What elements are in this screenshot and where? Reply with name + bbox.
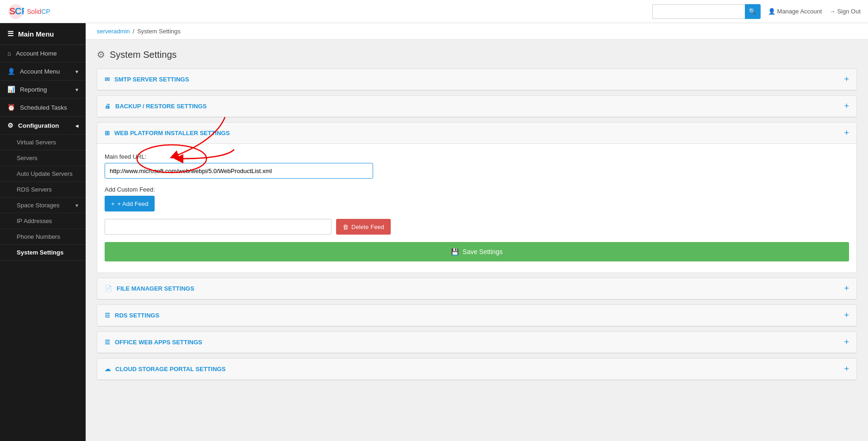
trash-icon: 🗑: [343, 224, 349, 230]
officewebapps-toggle-icon: +: [844, 337, 849, 347]
sidebar-item-auto-update-servers[interactable]: Auto Update Servers: [0, 166, 86, 182]
accordion-cloudstorage-header[interactable]: ☁ CLOUD STORAGE PORTAL SETTINGS +: [97, 359, 856, 380]
office-icon: ☰: [105, 339, 110, 346]
plus-icon: +: [111, 200, 115, 207]
accordion-officewebapps: ☰ OFFICE WEB APPS SETTINGS +: [97, 331, 857, 354]
sidebar-item-account-home[interactable]: ⌂ Account Home: [0, 45, 86, 62]
webpi-toggle-icon: +: [844, 128, 849, 138]
accordion-filemanager-header[interactable]: 📄 FILE MANAGER SETTINGS +: [97, 278, 856, 299]
logo-icon: S CP: [7, 3, 24, 20]
backup-toggle-icon: +: [844, 101, 849, 111]
main-feed-url-input[interactable]: [105, 163, 373, 179]
chevron-down-icon: [75, 202, 78, 209]
manage-account-icon: 👤: [768, 8, 775, 15]
chart-icon: 📊: [7, 86, 15, 93]
home-icon: ⌂: [7, 50, 11, 57]
add-custom-feed-label: Add Custom Feed:: [105, 186, 849, 193]
accordion-rds-header[interactable]: ☰ RDS SETTINGS +: [97, 305, 856, 326]
save-icon: 💾: [451, 248, 459, 255]
search-button[interactable]: 🔍: [745, 4, 761, 19]
sign-out-link[interactable]: → Sign Out: [829, 8, 861, 15]
user-icon: 👤: [7, 68, 15, 75]
sign-out-icon: →: [829, 8, 835, 15]
top-nav-right: 🔍 👤 Manage Account → Sign Out: [652, 4, 861, 19]
cloudstorage-toggle-icon: +: [844, 364, 849, 374]
file-icon: 📄: [105, 285, 112, 292]
rds-icon: ☰: [105, 312, 110, 319]
sidebar-item-configuration[interactable]: ⚙ Configuration: [0, 117, 86, 135]
accordion-webpi-header[interactable]: ⊞ WEB PLATFORM INSTALLER SETTINGS +: [97, 123, 856, 144]
breadcrumb-current: System Settings: [137, 28, 181, 35]
search-input[interactable]: [652, 4, 745, 19]
backup-icon: 🖨: [105, 103, 111, 110]
menu-icon: ☰: [7, 30, 13, 38]
chevron-left-icon: [75, 122, 78, 129]
logo-text: SolidCP: [27, 8, 50, 15]
save-settings-button[interactable]: 💾 Save Settings: [105, 242, 849, 261]
main-content: serveradmin / System Settings ⚙ System S…: [86, 23, 868, 441]
breadcrumb: serveradmin / System Settings: [86, 23, 868, 40]
clock-icon: ⏰: [7, 104, 15, 111]
add-feed-button[interactable]: + + Add Feed: [105, 196, 155, 211]
delete-feed-button[interactable]: 🗑 Delete Feed: [336, 219, 391, 235]
sidebar-item-rds-servers[interactable]: RDS Servers: [0, 182, 86, 198]
sidebar-item-servers[interactable]: Servers: [0, 150, 86, 166]
svg-text:CP: CP: [15, 6, 24, 16]
sidebar-item-virtual-servers[interactable]: Virtual Servers: [0, 135, 86, 150]
breadcrumb-serveradmin[interactable]: serveradmin: [97, 28, 130, 35]
sidebar-item-reporting[interactable]: 📊 Reporting: [0, 81, 86, 99]
page-container: ⚙ System Settings ✉ SMTP SERVER SETTINGS…: [86, 40, 868, 394]
sidebar-item-scheduled-tasks[interactable]: ⏰ Scheduled Tasks: [0, 99, 86, 117]
custom-feed-row: 🗑 Delete Feed: [105, 219, 849, 235]
chevron-down-icon: [75, 86, 78, 93]
settings-gear-icon: ⚙: [97, 49, 105, 60]
accordion-rds: ☰ RDS SETTINGS +: [97, 304, 857, 327]
sidebar-item-account-menu[interactable]: 👤 Account Menu: [0, 62, 86, 81]
accordion-backup-header[interactable]: 🖨 BACKUP / RESTORE SETTINGS +: [97, 96, 856, 117]
config-icon: ⚙: [7, 122, 13, 129]
accordion-smtp-header[interactable]: ✉ SMTP SERVER SETTINGS +: [97, 69, 856, 90]
manage-account-link[interactable]: 👤 Manage Account: [768, 8, 822, 15]
accordion-cloudstorage: ☁ CLOUD STORAGE PORTAL SETTINGS +: [97, 358, 857, 380]
rds-toggle-icon: +: [844, 311, 849, 320]
email-icon: ✉: [105, 76, 110, 83]
sidebar-item-ip-addresses[interactable]: IP Addresses: [0, 213, 86, 229]
search-bar: 🔍: [652, 4, 761, 19]
sidebar-main-menu[interactable]: ☰ Main Menu: [0, 23, 86, 45]
logo: S CP SolidCP: [7, 3, 50, 20]
sidebar: ☰ Main Menu ⌂ Account Home 👤 Account Men…: [0, 23, 86, 441]
sidebar-item-system-settings[interactable]: System Settings: [0, 245, 86, 261]
accordion-filemanager: 📄 FILE MANAGER SETTINGS +: [97, 278, 857, 300]
smtp-toggle-icon: +: [844, 75, 849, 84]
webpi-icon: ⊞: [105, 130, 110, 137]
cloud-icon: ☁: [105, 366, 111, 373]
custom-feed-input[interactable]: [105, 219, 331, 235]
top-navbar: S CP SolidCP 🔍 👤 Manage Account → Sign O…: [0, 0, 868, 23]
accordion-webpi: ⊞ WEB PLATFORM INSTALLER SETTINGS + Main…: [97, 122, 857, 273]
annotation: + + Add Feed: [105, 196, 849, 211]
add-custom-feed-group: Add Custom Feed: + + Add Feed: [105, 186, 849, 211]
chevron-down-icon: [75, 68, 78, 75]
sidebar-item-phone-numbers[interactable]: Phone Numbers: [0, 229, 86, 245]
save-row: 💾 Save Settings: [105, 242, 849, 261]
accordion-officewebapps-header[interactable]: ☰ OFFICE WEB APPS SETTINGS +: [97, 332, 856, 353]
sidebar-item-space-storages[interactable]: Space Storages: [0, 198, 86, 213]
filemanager-toggle-icon: +: [844, 284, 849, 293]
search-icon: 🔍: [749, 8, 756, 15]
page-title-row: ⚙ System Settings: [97, 49, 857, 60]
main-feed-url-group: Main feed URL:: [105, 153, 849, 179]
layout: ☰ Main Menu ⌂ Account Home 👤 Account Men…: [0, 23, 868, 441]
page-title: System Settings: [110, 50, 177, 60]
accordion-backup: 🖨 BACKUP / RESTORE SETTINGS +: [97, 95, 857, 118]
accordion-webpi-body: Main feed URL: Add Custom Feed: + + Add …: [97, 144, 856, 273]
accordion-smtp: ✉ SMTP SERVER SETTINGS +: [97, 68, 857, 91]
breadcrumb-separator: /: [133, 28, 135, 35]
main-feed-url-label: Main feed URL:: [105, 153, 849, 160]
